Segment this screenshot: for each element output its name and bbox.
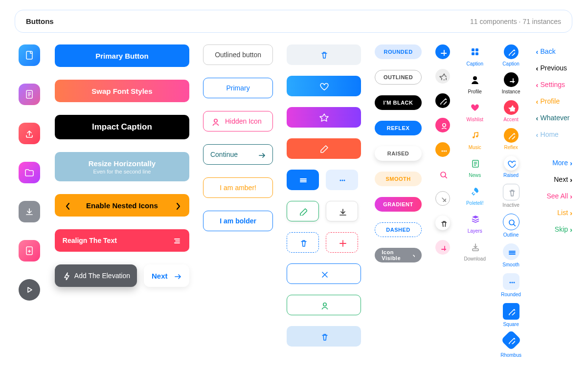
menu-sq[interactable] — [287, 170, 319, 190]
outline-sqic[interactable] — [503, 214, 519, 230]
plus-sq-dashed[interactable] — [326, 232, 358, 253]
link-more[interactable]: More› — [536, 156, 573, 170]
close-wide[interactable] — [287, 263, 361, 284]
tile-file[interactable] — [19, 44, 40, 66]
pill-smooth[interactable]: SMOOTH — [375, 172, 422, 186]
tile-file-plus[interactable] — [19, 240, 40, 261]
amber-button[interactable]: I am amber! — [203, 177, 273, 198]
download-sq[interactable] — [326, 201, 358, 221]
cap-caption2: Caption — [502, 61, 519, 66]
user-filled-icon — [470, 74, 480, 85]
tile-document[interactable] — [19, 84, 40, 105]
elevation-button[interactable]: Add The Elevation — [55, 264, 137, 287]
primary-button[interactable]: Primary Button — [55, 44, 189, 67]
tile-play[interactable] — [19, 279, 40, 301]
caption-circ[interactable] — [504, 44, 519, 59]
download-icon-btn[interactable] — [468, 240, 482, 254]
next-button[interactable]: Next — [144, 264, 189, 287]
heart-iconbtn[interactable] — [287, 76, 361, 96]
reflex-circ[interactable] — [504, 128, 519, 143]
trash-sq-dashed[interactable] — [287, 232, 319, 253]
circle-column — [435, 44, 450, 363]
outlined-primary[interactable]: Primary — [203, 78, 273, 98]
pencil-iconbtn[interactable] — [287, 138, 361, 159]
link-settings[interactable]: ‹Settings — [536, 78, 573, 91]
link-column: ‹Back ‹Previous ‹Settings ‹Profile ‹What… — [536, 44, 573, 363]
circ-user[interactable] — [435, 118, 450, 132]
outlined-button[interactable]: Outlined button — [203, 44, 273, 65]
circ-dots[interactable] — [435, 142, 450, 157]
bolder-button[interactable]: I am bolder — [203, 211, 273, 231]
music-icon-btn[interactable] — [468, 128, 482, 143]
circ-pencil[interactable] — [435, 93, 450, 108]
swap-font-button[interactable]: Swap Font Styles — [55, 80, 189, 102]
star-iconbtn[interactable] — [287, 107, 361, 128]
rounded-sqic[interactable] — [503, 273, 519, 290]
dots-sq[interactable] — [326, 170, 358, 190]
pill-gradient[interactable]: GRADIENT — [375, 197, 422, 212]
pill-rounded[interactable]: ROUNDED — [375, 44, 422, 59]
circ-plus-pink[interactable] — [435, 240, 450, 255]
raised-circ[interactable] — [504, 156, 519, 171]
link-skip[interactable]: Skip› — [536, 222, 573, 236]
link-back[interactable]: ‹Back — [536, 44, 573, 58]
pill-reflex[interactable]: REFLEX — [375, 121, 422, 135]
trash-wide[interactable] — [287, 326, 361, 347]
tile-download[interactable] — [19, 201, 40, 222]
pill-smooth-label: SMOOTH — [385, 176, 410, 182]
accent-circ[interactable] — [504, 100, 519, 115]
outlined-label: Outlined button — [215, 51, 261, 59]
profile-icon-btn[interactable] — [468, 72, 482, 87]
trash-iconbtn-light[interactable] — [287, 44, 361, 65]
hidden-icon-button[interactable]: Hidden Icon — [203, 111, 273, 131]
pencil-icon — [507, 307, 515, 315]
link-list[interactable]: List› — [536, 206, 573, 219]
pill-raised-label: RAISED — [387, 151, 409, 156]
pencil-sq-green[interactable] — [287, 201, 319, 221]
smooth-sqic[interactable] — [503, 243, 519, 260]
continue-button[interactable]: Continue — [203, 144, 273, 165]
pill-outlined[interactable]: OUTLINED — [375, 70, 422, 85]
star-filled-icon — [507, 104, 515, 111]
cap-square: Square — [503, 322, 519, 327]
grid-icon-btn[interactable] — [468, 44, 482, 59]
realign-button[interactable]: Realign The Text — [55, 229, 189, 252]
layers-icon-btn[interactable] — [468, 212, 482, 226]
pill-black[interactable]: I'M BLACK — [375, 95, 422, 110]
inactive-sqic[interactable] — [503, 184, 519, 200]
link-whatever[interactable]: ‹Whatever — [536, 111, 573, 125]
wishlist-icon-btn[interactable] — [468, 100, 482, 115]
caption-icon-column-1: Caption Profile Wishlist Music News Pole… — [464, 44, 486, 363]
square-sqic[interactable] — [503, 303, 519, 320]
elevation-label: Add The Elevation — [74, 272, 130, 280]
tile-upload[interactable] — [19, 123, 40, 144]
link-skip-label: Skip — [555, 225, 568, 233]
news-icon-btn[interactable] — [468, 156, 482, 171]
nested-button[interactable]: Enable Nested Icons — [55, 194, 189, 217]
pill-icon-visible[interactable]: Icon Visible — [375, 248, 422, 262]
impact-button[interactable]: Impact Caption — [55, 115, 189, 139]
link-home-label: Home — [541, 131, 559, 138]
pill-raised[interactable]: RAISED — [375, 146, 422, 161]
link-seeall[interactable]: See All› — [536, 189, 573, 203]
link-home[interactable]: ‹Home — [536, 128, 573, 141]
link-profile[interactable]: ‹Profile — [536, 94, 573, 108]
trash-icon — [319, 332, 328, 341]
circ-close[interactable] — [435, 191, 450, 206]
link-next[interactable]: Next› — [536, 173, 573, 186]
resize-button[interactable]: Resize Horizontally Even for the second … — [55, 152, 189, 181]
pill-dashed-label: DASHED — [386, 227, 410, 233]
circ-trash[interactable] — [435, 216, 450, 230]
close-icon — [439, 195, 446, 202]
rocket-icon-btn[interactable] — [468, 184, 482, 198]
circ-plus[interactable] — [435, 44, 450, 59]
circ-star[interactable] — [435, 69, 450, 84]
user-wide[interactable] — [287, 295, 361, 315]
rhombus-sqic[interactable] — [500, 330, 521, 350]
tile-folder[interactable] — [19, 162, 40, 183]
instance-circ[interactable] — [504, 72, 519, 87]
link-previous[interactable]: ‹Previous — [536, 61, 573, 75]
circ-search[interactable] — [435, 167, 450, 181]
arrow-right-icon — [257, 150, 266, 159]
pill-dashed[interactable]: DASHED — [375, 222, 422, 237]
